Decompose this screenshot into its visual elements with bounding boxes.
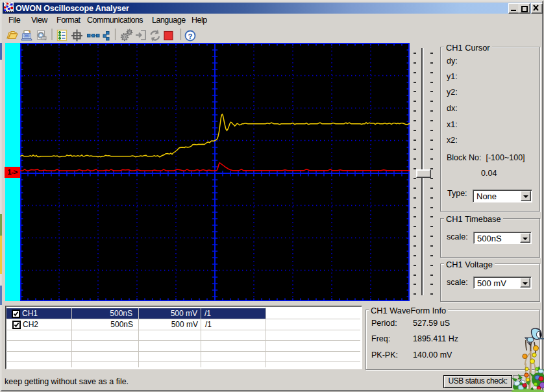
svg-text:?: ? <box>188 32 192 40</box>
